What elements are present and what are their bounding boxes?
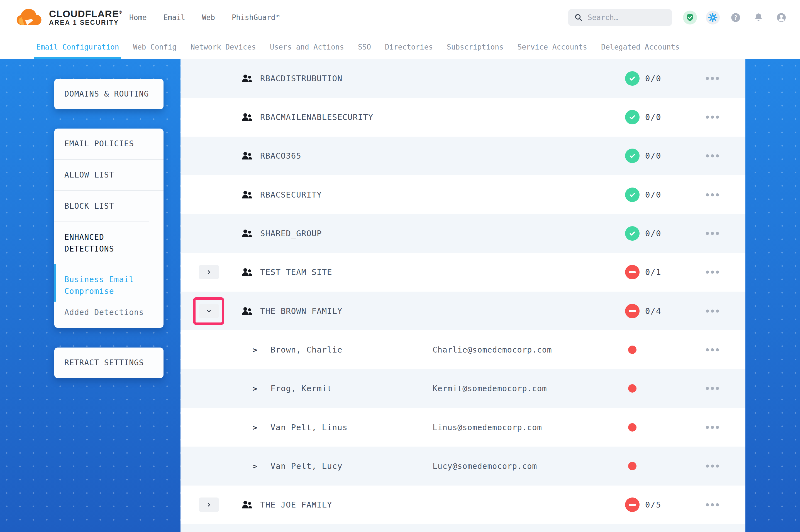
- primary-nav-home[interactable]: Home: [129, 13, 147, 22]
- collapse-group-button[interactable]: [199, 304, 219, 318]
- row-menu-button[interactable]: [706, 500, 719, 509]
- status-badge-blocked: [625, 497, 639, 512]
- secondary-nav: Email ConfigurationWeb ConfigNetwork Dev…: [0, 35, 800, 59]
- groups-table: RBACDISTRUBUTION0/0RBACMAILENABLESECURIT…: [181, 59, 745, 532]
- tab-users-and-actions[interactable]: Users and Actions: [270, 35, 344, 59]
- content-area: DOMAINS & ROUTINGEMAIL POLICIESALLOW LIS…: [0, 59, 800, 532]
- table-row-member: >Van Pelt, LinusLinus@somedemocorp.com: [181, 408, 745, 446]
- tab-web-config[interactable]: Web Config: [133, 35, 177, 59]
- sidebar: DOMAINS & ROUTINGEMAIL POLICIESALLOW LIS…: [54, 59, 164, 378]
- sidebar-item-retract-settings[interactable]: RETRACT SETTINGS: [54, 347, 164, 378]
- row-menu-button[interactable]: [706, 345, 719, 354]
- member-name: Van Pelt, Lucy: [271, 461, 342, 471]
- row-menu-button[interactable]: [706, 190, 719, 199]
- sidebar-item-enhanced-detections: ENHANCED DETECTIONS: [54, 222, 149, 264]
- status-dot-blocked: [628, 384, 636, 393]
- status-dot-blocked: [628, 423, 636, 432]
- tab-email-configuration[interactable]: Email Configuration: [36, 35, 119, 59]
- member-count: 0/0: [645, 229, 661, 238]
- table-row-filler: [181, 524, 745, 532]
- sidebar-item-allow-list[interactable]: ALLOW LIST: [54, 159, 164, 190]
- member-name: Van Pelt, Linus: [271, 423, 348, 432]
- sidebar-item-email-policies[interactable]: EMAIL POLICIES: [54, 129, 164, 159]
- tab-service-accounts[interactable]: Service Accounts: [517, 35, 587, 59]
- status-badge-ok: [625, 226, 639, 241]
- group-icon: [242, 268, 252, 276]
- search-input[interactable]: [587, 13, 666, 22]
- tab-subscriptions[interactable]: Subscriptions: [447, 35, 504, 59]
- status-badge-ok: [625, 110, 639, 125]
- cloudflare-logo[interactable]: CLOUDFLARE® AREA 1 SECURITY: [0, 8, 113, 27]
- expand-group-button[interactable]: [199, 265, 219, 279]
- registered-mark: ®: [119, 10, 122, 15]
- table-row-group: THE BROWN FAMILY0/4: [181, 291, 745, 330]
- member-email: Linus@somedemocorp.com: [433, 423, 542, 432]
- table-row-member: >Brown, CharlieCharlie@somedemocorp.com: [181, 330, 745, 369]
- primary-nav-web[interactable]: Web: [202, 13, 215, 22]
- notifications-bell-icon[interactable]: [751, 11, 765, 24]
- status-badge-ok: [625, 188, 639, 202]
- security-shield-icon[interactable]: [683, 11, 697, 24]
- group-icon: [242, 500, 252, 509]
- tab-delegated-accounts[interactable]: Delegated Accounts: [601, 35, 680, 59]
- member-name: Frog, Kermit: [271, 384, 332, 393]
- status-badge-ok: [625, 71, 639, 86]
- logo-title: CLOUDFLARE®: [49, 8, 122, 19]
- row-menu-button[interactable]: [706, 307, 719, 315]
- row-menu-button[interactable]: [706, 152, 719, 160]
- expand-member-chevron[interactable]: >: [253, 384, 257, 393]
- row-menu-button[interactable]: [706, 113, 719, 121]
- expand-member-chevron[interactable]: >: [253, 462, 257, 470]
- settings-gear-icon[interactable]: [706, 11, 720, 24]
- group-name: RBACO365: [260, 151, 302, 160]
- minus-glyph: [629, 271, 636, 273]
- svg-text:?: ?: [734, 14, 738, 21]
- primary-nav: HomeEmailWebPhishGuard™: [129, 13, 280, 22]
- cloudflare-cloud-icon: [16, 8, 44, 27]
- sidebar-item-added-detections[interactable]: Added Detections: [54, 302, 164, 328]
- member-count: 0/0: [645, 112, 661, 122]
- sidebar-item-business-email-compromise[interactable]: Business Email Compromise: [54, 264, 161, 302]
- help-icon[interactable]: ?: [729, 11, 743, 24]
- header-actions: ?: [568, 9, 788, 26]
- group-icon: [242, 74, 252, 83]
- row-menu-button[interactable]: [706, 268, 719, 277]
- group-name: SHARED_GROUP: [260, 229, 322, 238]
- group-icon: [242, 152, 252, 160]
- row-menu-button[interactable]: [706, 384, 719, 393]
- primary-nav-email[interactable]: Email: [164, 13, 185, 22]
- sidebar-item-block-list[interactable]: BLOCK LIST: [54, 190, 164, 222]
- member-email: Kermit@somedemocorp.com: [433, 384, 547, 393]
- table-row-group: RBACSECURITY0/0: [181, 175, 745, 214]
- group-name: RBACSECURITY: [260, 190, 322, 200]
- tab-directories[interactable]: Directories: [385, 35, 433, 59]
- row-menu-button[interactable]: [706, 229, 719, 238]
- expand-group-button[interactable]: [199, 497, 219, 512]
- app-window: CLOUDFLARE® AREA 1 SECURITY HomeEmailWeb…: [0, 0, 800, 532]
- search-box[interactable]: [568, 9, 672, 26]
- row-menu-button[interactable]: [706, 462, 719, 470]
- logo-subtitle: AREA 1 SECURITY: [49, 19, 122, 26]
- expand-member-chevron[interactable]: >: [253, 345, 257, 354]
- minus-glyph: [629, 504, 636, 506]
- sidebar-item-domains-routing[interactable]: DOMAINS & ROUTING: [54, 79, 164, 109]
- tab-sso[interactable]: SSO: [358, 35, 371, 59]
- expand-member-chevron[interactable]: >: [253, 423, 257, 432]
- primary-nav-phishguard[interactable]: PhishGuard™: [232, 13, 280, 22]
- group-name: THE JOE FAMILY: [260, 500, 332, 510]
- search-icon: [575, 13, 583, 22]
- member-count: 0/0: [645, 151, 661, 160]
- member-name: Brown, Charlie: [271, 345, 342, 355]
- account-avatar-icon[interactable]: [775, 11, 788, 24]
- table-row-group: SHARED_GROUP0/0: [181, 214, 745, 253]
- group-icon: [242, 307, 252, 315]
- sidebar-card-3: RETRACT SETTINGS: [54, 347, 164, 378]
- group-icon: [242, 191, 252, 199]
- status-badge-ok: [625, 149, 639, 163]
- group-name: RBACDISTRUBUTION: [260, 74, 342, 83]
- row-menu-button[interactable]: [706, 74, 719, 83]
- tab-network-devices[interactable]: Network Devices: [190, 35, 256, 59]
- row-menu-button[interactable]: [706, 423, 719, 432]
- status-badge-blocked: [625, 304, 639, 318]
- member-count: 0/0: [645, 190, 661, 200]
